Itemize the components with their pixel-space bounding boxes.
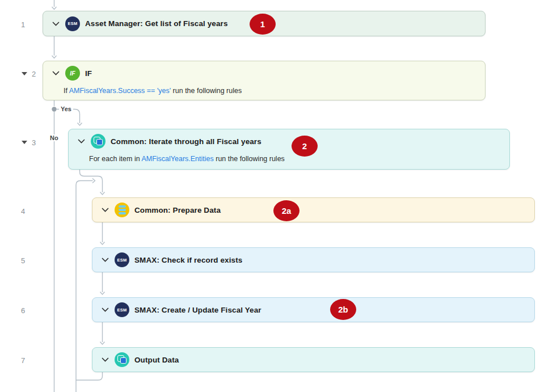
annotation-badge-1: 1: [250, 14, 276, 35]
row-label-2: 2: [22, 69, 36, 78]
rule-title: SMAX: Check if record exists: [134, 256, 242, 264]
row-number: 5: [21, 256, 25, 265]
rule-condition-text: If AMFiscalYears.Success == 'yes' run th…: [64, 87, 485, 95]
esm-icon: ESM: [115, 302, 129, 317]
rule-title: SMAX: Create / Update Fiscal Year: [134, 306, 261, 314]
rule-card-if-condition[interactable]: IF IF If AMFiscalYears.Success == 'yes' …: [43, 61, 486, 100]
chevron-down-icon[interactable]: [101, 306, 109, 314]
prepare-data-icon: [115, 203, 129, 217]
annotation-badge-2b: 2b: [330, 299, 356, 320]
rule-card-smax-check-record[interactable]: ESM SMAX: Check if record exists: [92, 247, 535, 272]
rule-card-common-prepare-data[interactable]: Common: Prepare Data: [92, 197, 535, 222]
row-label-7: 7: [21, 356, 25, 365]
collapse-triangle-icon[interactable]: [22, 141, 27, 144]
variable-link[interactable]: AMFiscalYears.Success == 'yes': [69, 87, 171, 95]
rule-title: IF: [85, 69, 92, 78]
rule-condition-text: For each item in AMFiscalYears.Entities …: [89, 155, 509, 163]
iterate-icon: [115, 352, 129, 367]
connector-lines: [0, 0, 557, 392]
rule-title: Common: Iterate through all Fiscal years: [111, 137, 261, 146]
row-label-4: 4: [21, 206, 25, 216]
esm-icon: ESM: [115, 252, 129, 267]
branch-label-yes: Yes: [59, 106, 73, 112]
rule-card-output-data[interactable]: Output Data: [92, 347, 535, 372]
rule-title: Output Data: [134, 356, 179, 364]
row-number: 2: [32, 70, 36, 78]
annotation-badge-2a: 2a: [273, 200, 299, 221]
row-label-3: 3: [22, 138, 36, 147]
esm-icon: ESM: [65, 16, 80, 31]
rule-card-smax-create-update[interactable]: ESM SMAX: Create / Update Fiscal Year: [92, 297, 535, 322]
chevron-down-icon[interactable]: [101, 256, 109, 264]
rule-card-common-iterate-fiscal-years[interactable]: Common: Iterate through all Fiscal years…: [68, 129, 510, 170]
chevron-down-icon[interactable]: [52, 69, 60, 78]
row-number: 4: [21, 207, 25, 216]
rule-title: Asset Manager: Get list of Fiscal years: [85, 19, 228, 28]
iterate-icon: [91, 134, 106, 149]
branch-dot: [52, 107, 56, 111]
chevron-down-icon[interactable]: [77, 137, 86, 146]
row-number: 1: [21, 20, 25, 29]
workflow-canvas: 1 2 3 4 5 6 7 Yes No ESM Asset Manager: …: [0, 0, 557, 392]
row-label-1: 1: [21, 20, 25, 29]
row-label-5: 5: [21, 256, 25, 265]
row-number: 6: [21, 306, 25, 315]
chevron-down-icon[interactable]: [101, 206, 109, 214]
annotation-badge-2: 2: [292, 136, 318, 157]
rule-title: Common: Prepare Data: [134, 206, 221, 214]
if-icon: IF: [65, 66, 80, 81]
collapse-triangle-icon[interactable]: [22, 72, 27, 75]
chevron-down-icon[interactable]: [101, 356, 109, 364]
variable-link[interactable]: AMFiscalYears.Entities: [141, 155, 213, 163]
branch-label-no: No: [48, 134, 60, 141]
row-label-6: 6: [21, 306, 25, 315]
chevron-down-icon[interactable]: [52, 19, 60, 28]
row-number: 7: [21, 356, 25, 365]
row-number: 3: [32, 138, 36, 147]
